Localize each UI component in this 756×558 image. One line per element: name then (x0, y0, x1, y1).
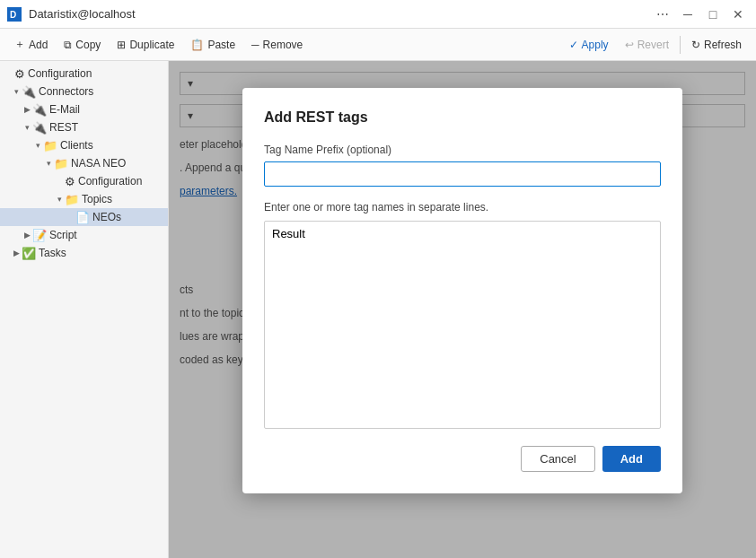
gear-icon: ⚙ (14, 67, 25, 81)
minimize-btn[interactable]: ─ (677, 4, 699, 25)
toggle-icon: ▶ (22, 230, 32, 240)
toggle-icon: ▾ (22, 122, 32, 133)
sidebar-item-topics[interactable]: ▾ 📁 Topics (0, 190, 168, 208)
window-controls: ⋯ ─ □ ✕ (652, 4, 749, 25)
sidebar-item-label: E-Mail (49, 103, 80, 116)
main-layout: ⚙ Configuration ▾ 🔌 Connectors ▶ 🔌 E-Mai… (0, 61, 756, 558)
sidebar-item-label: Tasks (39, 247, 66, 259)
remove-button[interactable]: ─ Remove (244, 35, 310, 55)
toggle-icon (65, 212, 75, 222)
revert-icon: ↩ (625, 39, 634, 51)
sidebar-item-label: Configuration (78, 175, 142, 187)
dialog-footer: Cancel Add (264, 446, 661, 472)
app-icon: D (7, 7, 22, 22)
sidebar-item-nasa-configuration[interactable]: ⚙ Configuration (0, 172, 168, 190)
toolbar: ＋ Add ⧉ Copy ⊞ Duplicate 📋 Paste ─ Remov… (0, 29, 756, 61)
toggle-icon: ▾ (11, 86, 22, 97)
toggle-icon (4, 68, 14, 79)
app-title: Dataristix@localhost (29, 7, 645, 21)
toggle-icon: ▾ (54, 194, 65, 205)
sidebar-item-tasks[interactable]: ▶ ✅ Tasks (0, 244, 168, 262)
sidebar-item-label: REST (49, 121, 78, 134)
toggle-icon: ▶ (11, 248, 22, 258)
sidebar-item-label: NEOs (92, 211, 121, 223)
expand-icon: 🔌 (32, 103, 47, 117)
sidebar-item-configuration[interactable]: ⚙ Configuration (0, 65, 168, 83)
sidebar-item-label: Configuration (28, 67, 92, 80)
sidebar-item-script[interactable]: ▶ 📝 Script (0, 226, 168, 244)
apply-button[interactable]: ✓ Apply (562, 35, 616, 55)
sidebar-item-label: NASA NEO (71, 157, 126, 170)
leaf-icon: 📄 (75, 211, 90, 224)
add-rest-tags-dialog: Add REST tags Tag Name Prefix (optional)… (242, 88, 682, 493)
cancel-button[interactable]: Cancel (521, 446, 594, 472)
copy-button[interactable]: ⧉ Copy (57, 35, 108, 55)
apply-icon: ✓ (569, 39, 578, 51)
title-bar: D Dataristix@localhost ⋯ ─ □ ✕ (0, 0, 756, 29)
toggle-icon: ▶ (22, 104, 32, 115)
duplicate-icon: ⊞ (117, 39, 126, 51)
rest-icon: 🔌 (32, 121, 47, 135)
gear-icon: ⚙ (65, 175, 75, 188)
tasks-icon: ✅ (22, 247, 36, 260)
tag-name-prefix-input[interactable] (264, 161, 661, 187)
sidebar: ⚙ Configuration ▾ 🔌 Connectors ▶ 🔌 E-Mai… (0, 61, 169, 558)
tag-names-hint: Enter one or more tag names in separate … (264, 201, 661, 214)
add-button[interactable]: Add (602, 446, 661, 472)
revert-button[interactable]: ↩ Revert (618, 35, 676, 55)
paste-button[interactable]: 📋 Paste (183, 35, 242, 55)
content-area: ▾ ▾ eter placeholder names . Append a qu… (169, 61, 756, 558)
tag-name-prefix-label: Tag Name Prefix (optional) (264, 144, 661, 156)
connector-icon: 🔌 (22, 85, 36, 99)
sidebar-item-label: Script (49, 229, 77, 241)
add-icon: ＋ (14, 37, 25, 52)
add-button[interactable]: ＋ Add (7, 33, 55, 56)
sidebar-item-label: Connectors (39, 85, 93, 98)
maximize-btn[interactable]: □ (702, 4, 724, 25)
script-icon: 📝 (32, 229, 47, 242)
hamburger-menu-btn[interactable]: ⋯ (652, 4, 673, 25)
sidebar-item-label: Topics (82, 193, 112, 205)
copy-icon: ⧉ (64, 39, 72, 51)
folder-icon: 📁 (43, 139, 57, 153)
folder-icon: 📁 (54, 157, 68, 170)
sidebar-item-clients[interactable]: ▾ 📁 Clients (0, 136, 168, 154)
duplicate-button[interactable]: ⊞ Duplicate (110, 35, 181, 55)
refresh-button[interactable]: ↻ Refresh (684, 35, 749, 55)
dialog-title: Add REST tags (264, 109, 661, 126)
sidebar-item-label: Clients (60, 139, 93, 152)
refresh-icon: ↻ (691, 39, 700, 51)
sidebar-item-rest[interactable]: ▾ 🔌 REST (0, 118, 168, 136)
sidebar-item-neos[interactable]: 📄 NEOs (0, 208, 168, 226)
sidebar-item-email[interactable]: ▶ 🔌 E-Mail (0, 100, 168, 118)
modal-backdrop: Add REST tags Tag Name Prefix (optional)… (169, 61, 756, 558)
remove-icon: ─ (251, 39, 259, 51)
sidebar-item-connectors[interactable]: ▾ 🔌 Connectors (0, 83, 168, 100)
toggle-icon: ▾ (43, 158, 54, 169)
paste-icon: 📋 (190, 39, 204, 51)
close-btn[interactable]: ✕ (727, 4, 749, 25)
svg-text:D: D (10, 10, 16, 20)
sidebar-item-nasa-neo[interactable]: ▾ 📁 NASA NEO (0, 154, 168, 172)
folder-icon: 📁 (65, 193, 79, 206)
tag-names-textarea[interactable]: Result (264, 221, 661, 429)
toggle-icon: ▾ (32, 140, 43, 151)
toggle-icon (54, 176, 65, 187)
